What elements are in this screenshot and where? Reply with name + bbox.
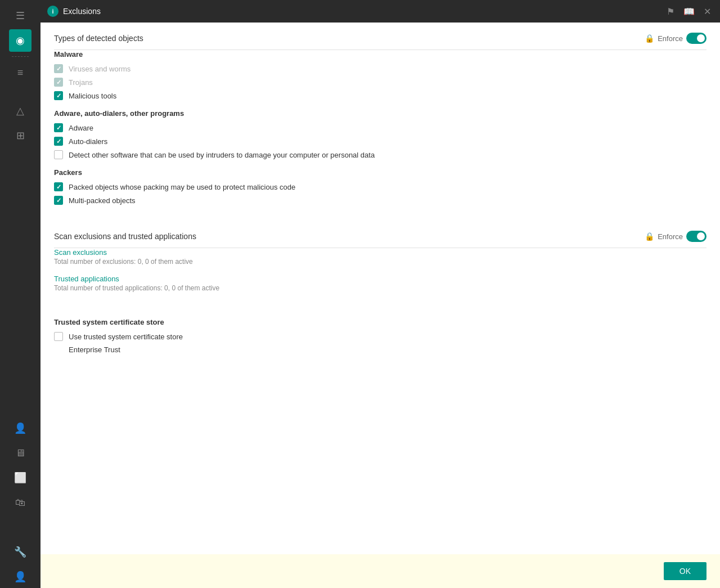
trusted-applications-link[interactable]: Trusted applications [54, 275, 706, 283]
sidebar-person-icon[interactable]: 👤 [9, 417, 32, 439]
multi-packed-row: Multi-packed objects [54, 196, 706, 205]
auto-dialers-row: Auto-dialers [54, 137, 706, 146]
content-area: Types of detected objects 🔒 Enforce Malw… [40, 23, 720, 554]
trusted-cert-section: Trusted system certificate store Use tru… [40, 308, 720, 361]
ok-button[interactable]: OK [664, 562, 706, 580]
malicious-tools-row: Malicious tools [54, 91, 706, 100]
packed-objects-label: Packed objects whose packing may be used… [69, 183, 295, 191]
main-panel: i Exclusions ⚑ 📖 ✕ Types of detected obj… [40, 0, 720, 588]
sidebar: ☰ ◉ ≡ △ ⊞ 👤 🖥 ⬜ 🛍 🔧 👤 [0, 0, 40, 588]
adware-label: Adware [69, 124, 93, 132]
trojans-row: Trojans [54, 78, 706, 87]
trusted-applications-sub: Total number of trusted applications: 0,… [54, 284, 706, 292]
sidebar-wrench-icon[interactable]: 🔧 [9, 541, 32, 563]
packed-objects-checkbox[interactable] [54, 182, 63, 191]
sidebar-device-icon[interactable]: 🖥 [9, 442, 32, 464]
packers-title: Packers [54, 168, 706, 177]
types-enforce-toggle[interactable] [686, 33, 706, 44]
enterprise-trust-text: Enterprise Trust [69, 345, 706, 354]
viruses-row: Viruses and worms [54, 64, 706, 73]
titlebar-app-icon: i [47, 6, 58, 17]
scan-enforce-toggle[interactable] [686, 231, 706, 242]
sidebar-user2-icon[interactable]: 👤 [9, 565, 32, 588]
malware-subsection: Malware Viruses and worms Trojans Malici… [54, 50, 706, 100]
types-section-title: Types of detected objects [54, 34, 143, 43]
content-spacer [40, 361, 720, 554]
types-section: Types of detected objects 🔒 Enforce Malw… [40, 23, 720, 221]
malicious-tools-label: Malicious tools [69, 92, 116, 100]
scan-section-header: Scan exclusions and trusted applications… [54, 231, 706, 248]
use-trusted-cert-label: Use trusted system certificate store [69, 333, 183, 341]
footer: OK [40, 554, 720, 588]
sidebar-menu-icon[interactable]: ☰ [9, 5, 32, 27]
detect-other-label: Detect other software that can be used b… [69, 151, 375, 159]
scan-lock-icon: 🔒 [645, 232, 654, 241]
sidebar-list-icon[interactable]: ≡ [9, 61, 32, 84]
auto-dialers-checkbox[interactable] [54, 137, 63, 146]
book-button[interactable]: 📖 [681, 4, 697, 19]
sidebar-grid-icon[interactable]: ⊞ [9, 124, 32, 147]
detect-other-row: Detect other software that can be used b… [54, 150, 706, 159]
multi-packed-label: Multi-packed objects [69, 196, 136, 205]
sidebar-home-icon[interactable]: ◉ [9, 29, 32, 52]
adware-subsection: Adware, auto-dialers, other programs Adw… [54, 109, 706, 159]
adware-row: Adware [54, 123, 706, 132]
detect-other-checkbox[interactable] [54, 150, 63, 159]
packed-objects-row: Packed objects whose packing may be used… [54, 182, 706, 191]
sidebar-monitor-icon[interactable]: ⬜ [9, 466, 32, 489]
close-button[interactable]: ✕ [701, 4, 713, 19]
sidebar-divider1 [12, 56, 29, 57]
types-enforce-container: 🔒 Enforce [645, 33, 706, 44]
trojans-label: Trojans [69, 78, 93, 87]
viruses-label: Viruses and worms [69, 65, 130, 73]
auto-dialers-label: Auto-dialers [69, 137, 107, 146]
titlebar-title: Exclusions [63, 7, 101, 16]
trusted-cert-title: Trusted system certificate store [54, 318, 706, 326]
malware-title: Malware [54, 50, 706, 59]
scan-exclusions-link[interactable]: Scan exclusions [54, 248, 706, 257]
types-section-header: Types of detected objects 🔒 Enforce [54, 33, 706, 50]
sidebar-warning-icon[interactable]: △ [9, 100, 32, 122]
scan-exclusions-section: Scan exclusions and trusted applications… [40, 221, 720, 308]
adware-checkbox[interactable] [54, 123, 63, 132]
use-trusted-cert-row: Use trusted system certificate store [54, 332, 706, 341]
viruses-checkbox[interactable] [54, 64, 63, 73]
titlebar: i Exclusions ⚑ 📖 ✕ [40, 0, 720, 23]
flag-button[interactable]: ⚑ [664, 4, 677, 19]
sidebar-bag-icon[interactable]: 🛍 [9, 491, 32, 514]
malicious-tools-checkbox[interactable] [54, 91, 63, 100]
multi-packed-checkbox[interactable] [54, 196, 63, 205]
adware-title: Adware, auto-dialers, other programs [54, 109, 706, 118]
packers-subsection: Packers Packed objects whose packing may… [54, 168, 706, 205]
types-enforce-label: Enforce [658, 34, 683, 43]
titlebar-actions: ⚑ 📖 ✕ [664, 4, 713, 19]
types-lock-icon: 🔒 [645, 34, 654, 43]
trojans-checkbox[interactable] [54, 78, 63, 87]
scan-exclusions-sub: Total number of exclusions: 0, 0 of them… [54, 258, 706, 266]
scan-enforce-label: Enforce [658, 232, 683, 241]
scan-section-title: Scan exclusions and trusted applications [54, 232, 196, 241]
use-trusted-cert-checkbox[interactable] [54, 332, 63, 341]
scan-enforce-container: 🔒 Enforce [645, 231, 706, 242]
